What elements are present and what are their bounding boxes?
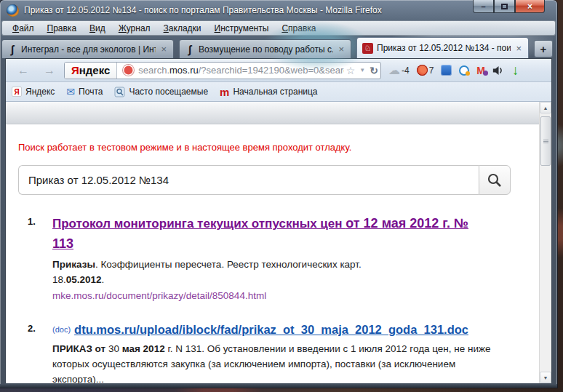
target-extension[interactable] [459,65,469,76]
blue-extension[interactable] [441,65,452,76]
vertical-scrollbar[interactable]: ▲ ▼ [539,102,551,383]
close-button[interactable]: × [515,0,545,13]
url-subdomain: search. [138,65,169,76]
timer-icon [417,65,428,76]
tab-title: Приказ от 12.05.2012 №134 - поис... [377,43,511,53]
page-content: Поиск работает в тестовом режиме и в нас… [6,102,551,383]
site-favicon[interactable] [123,65,134,76]
tab-close-icon[interactable]: × [159,44,168,55]
minimize-button[interactable]: – [473,0,494,13]
weather-extension[interactable]: ☁ -4 [388,63,410,77]
result-number: 1. [28,216,36,227]
yandex-initial: Я [71,64,79,76]
bookmark-home[interactable]: m Начальная страница [220,87,317,97]
yandex-icon: Я [12,87,22,97]
search-results: 1. Протокол мониторинга текущих отпускны… [28,214,508,383]
window-title: Приказ от 12.05.2012 №134 - поиск по пор… [24,5,382,15]
frequent-magnifier-icon [114,87,125,97]
moscow-emblem-icon: ♘ [362,43,373,54]
tab-prikaz-active[interactable]: ♘ Приказ от 12.05.2012 №134 - поис... × [356,37,529,58]
maximize-button[interactable] [494,0,515,13]
result-number: 2. [28,323,36,334]
window-controls: – × [473,0,545,13]
window-bottom-border [0,384,557,388]
search-result-1: 1. Протокол мониторинга текущих отпускны… [28,214,508,303]
doc-type-tag: (doc) [52,325,71,334]
url-domain: mos.ru [169,65,199,76]
bookmark-label: Начальная страница [233,87,317,97]
search-result-2: 2. (doc)dtu.mos.ru/upload/iblock/fad/pri… [28,321,508,383]
timer-badge: 7 [429,65,434,76]
result-title-text: Протокол мониторинга текущих отпускных ц… [52,217,346,231]
bookmark-label: Почта [79,87,103,97]
link-prefix: dtu.mos.ru/upload/iblock/fad/ [74,323,241,336]
bookmarks-bar: Я Яндекс ✉ Почта Часто посещаемые m Нача… [6,82,551,102]
link-match: prikaz_ot_30_maja_2012_goda_131.doc [241,323,468,336]
new-tab-button[interactable]: + [534,40,553,57]
timer-extension[interactable]: 7 [417,65,434,76]
scrollbar-track[interactable] [540,113,551,372]
integral-icon: ∫ [185,43,195,55]
browser-client-area: ← → Яндекс search.mos.ru/?searchid=19421… [5,58,552,383]
tab-title: Возмущение по поводу работы с... [199,44,333,55]
scrollbar-thumb[interactable] [540,116,551,166]
target-icon [459,65,469,76]
search-button[interactable] [479,165,511,195]
menu-history[interactable]: Журнал [113,23,156,34]
bookmark-label: Часто посещаемые [129,87,208,97]
tab-close-icon[interactable]: × [337,44,346,55]
tab-vozmushchenie[interactable]: ∫ Возмущение по поводу работы с... × [179,39,351,58]
snippet-rest: . Коэффициенты пересчета. Реестр техноло… [95,259,362,270]
bookmark-frequent[interactable]: Часто посещаемые [114,87,208,97]
result-doc-link[interactable]: dtu.mos.ru/upload/iblock/fad/prikaz_ot_3… [74,323,468,336]
menu-view[interactable]: Вид [84,23,111,34]
download-manager[interactable]: ↓ [512,63,519,77]
forward-icon[interactable]: → [38,64,61,77]
blue-extension-icon [441,65,452,76]
title-bar[interactable]: Приказ от 12.05.2012 №134 - поиск по пор… [0,0,557,20]
menu-bookmarks[interactable]: Закладки [158,23,207,34]
page-header-band [6,102,539,124]
integral-icon: ∫ [7,43,17,55]
menu-edit[interactable]: Правка [41,23,83,34]
scroll-down-icon[interactable]: ▼ [540,372,551,383]
result-title-link[interactable]: Протокол мониторинга текущих отпускных ц… [52,214,468,255]
home-m-icon: m [220,87,229,97]
result-url[interactable]: mke.mos.ru/document/prikazy/detail/85084… [52,288,508,304]
result-title-match: от 12 мая 2012 г. № [346,216,468,231]
bookmark-yandex[interactable]: Я Яндекс [12,87,55,97]
search-icon [487,172,503,188]
mail-icon: ✉ [66,86,75,97]
weather-badge: -4 [402,65,410,76]
bookmark-star-icon[interactable]: ☆ [344,65,358,76]
search-input[interactable] [18,165,479,195]
gmail-extension[interactable]: M [476,65,485,76]
scroll-up-icon[interactable]: ▲ [540,102,551,113]
scrollbar-grip [543,141,548,142]
test-mode-notice: Поиск работает в тестовом режиме и в нас… [18,142,551,153]
url-bar[interactable]: Яндекс search.mos.ru/?searchid=1942190&w… [64,62,381,79]
back-icon[interactable]: ← [12,64,35,77]
yandex-rest: ндекс [79,64,111,76]
volume-control[interactable] [492,65,505,76]
search-row [18,165,511,195]
menu-file[interactable]: Файл [7,23,40,34]
result-date: 18.05.2012. [52,273,508,288]
maximize-icon [501,4,508,9]
navigation-toolbar: ← → Яндекс search.mos.ru/?searchid=19421… [6,59,551,82]
yandex-search-button[interactable]: Яндекс [65,63,117,79]
tab-close-icon[interactable]: × [514,43,523,54]
tab-integral[interactable]: ∫ Интеграл - все для экологов | Инт... × [1,39,174,58]
result-title-line2: 113 [52,236,73,251]
bookmark-mail[interactable]: ✉ Почта [66,86,103,97]
firefox-icon [7,4,19,17]
url-text[interactable]: search.mos.ru/?searchid=1942190&web=0&se… [138,65,343,76]
bookmark-label: Яндекс [25,87,55,97]
gmail-icon: M [476,65,485,76]
tab-title: Интеграл - все для экологов | Инт... [21,44,156,55]
cloud-icon: ☁ [388,63,400,77]
history-dropdown-icon[interactable]: ▼ [357,67,367,73]
menu-tools[interactable]: Инструменты [209,23,275,34]
menu-help[interactable]: Справка [276,23,322,34]
reload-icon[interactable]: ↻ [367,65,380,76]
